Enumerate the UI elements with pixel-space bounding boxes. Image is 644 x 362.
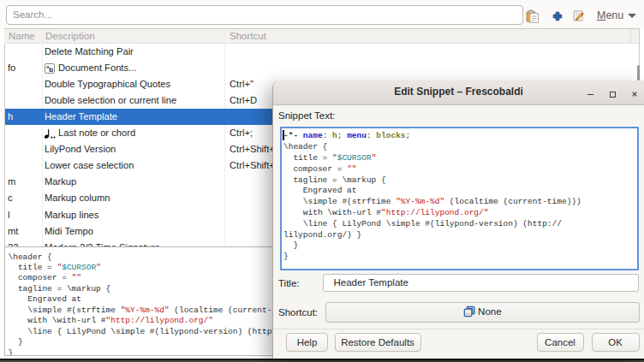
svg-text:b: b xyxy=(49,65,53,73)
